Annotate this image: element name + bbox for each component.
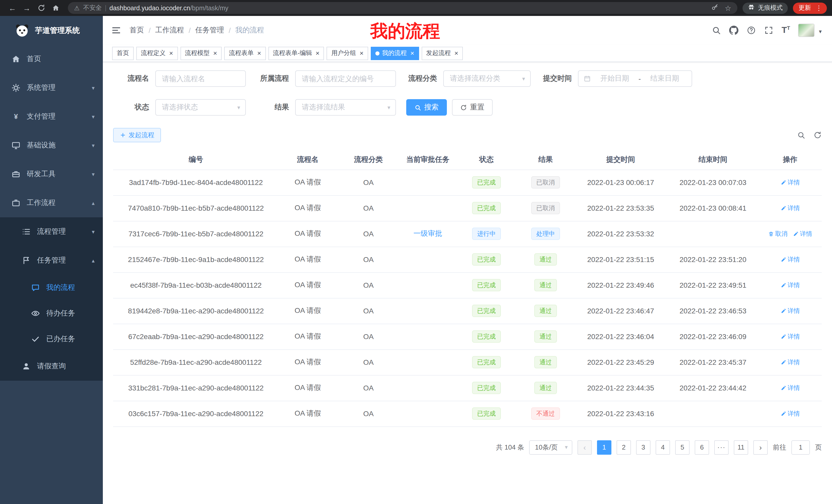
sidebar-item-workflow[interactable]: 工作流程▴ <box>0 189 103 217</box>
close-icon[interactable]: × <box>213 50 217 57</box>
detail-link[interactable]: 详情 <box>780 332 800 341</box>
sidebar-item-label: 工作流程 <box>27 198 55 207</box>
process-name-input[interactable] <box>155 71 246 87</box>
sidebar-item-system[interactable]: 系统管理▾ <box>0 74 103 102</box>
breadcrumb-separator: / <box>229 26 231 34</box>
detail-link[interactable]: 详情 <box>780 178 800 187</box>
update-button[interactable]: 更新 ⋮ <box>793 2 827 13</box>
column-header-3: 当前审批任务 <box>400 150 456 170</box>
browser-menu-icon[interactable]: ⋮ <box>813 4 824 12</box>
browser-reload-icon[interactable] <box>34 4 48 12</box>
close-icon[interactable]: × <box>360 50 364 57</box>
browser-forward-icon[interactable]: → <box>20 4 34 12</box>
search-icon[interactable] <box>712 26 721 35</box>
page-button-3[interactable]: 3 <box>636 440 650 454</box>
sidebar-item-infrastructure[interactable]: 基础设施▾ <box>0 131 103 160</box>
sidebar-item-done-task[interactable]: 已办任务 <box>0 326 103 352</box>
browser-home-icon[interactable] <box>48 4 63 12</box>
close-icon[interactable]: × <box>316 50 319 57</box>
tab-process-form[interactable]: 流程表单× <box>224 47 266 60</box>
sidebar-item-home[interactable]: 首页 <box>0 45 103 74</box>
help-icon[interactable] <box>747 26 756 35</box>
fullscreen-icon[interactable] <box>764 26 773 35</box>
cell-current-task <box>400 401 456 426</box>
tab-process-model[interactable]: 流程模型× <box>180 47 222 60</box>
sidebar-item-devtools[interactable]: 研发工具▾ <box>0 160 103 189</box>
sidebar-item-my-process[interactable]: 我的流程 <box>0 275 103 301</box>
page-button-2[interactable]: 2 <box>617 440 631 454</box>
page-button-4[interactable]: 4 <box>656 440 670 454</box>
page-button-1[interactable]: 1 <box>597 440 612 454</box>
goto-page-input[interactable] <box>791 440 810 454</box>
next-page-button[interactable]: › <box>753 440 768 454</box>
tab-label: 流程模型 <box>185 49 210 58</box>
font-size-icon[interactable]: TT <box>782 25 790 35</box>
status-badge: 已完成 <box>472 202 501 214</box>
sidebar-item-process-manage[interactable]: 流程管理▾ <box>0 217 103 246</box>
address-bar[interactable]: ⚠ 不安全 dashboard.yudao.iocoder.cn/bpm/tas… <box>68 2 737 14</box>
detail-label: 详情 <box>800 229 812 238</box>
detail-link[interactable]: 详情 <box>780 281 800 289</box>
app-logo[interactable]: 芋道管理系统 <box>0 16 103 45</box>
breadcrumb-item[interactable]: 任务管理 <box>196 26 224 35</box>
column-header-5: 结果 <box>517 150 574 170</box>
caret-down-icon[interactable]: ▾ <box>819 28 822 37</box>
date-end-placeholder[interactable]: 结束日期 <box>643 74 686 83</box>
close-icon[interactable]: × <box>410 50 414 57</box>
detail-link[interactable]: 详情 <box>780 384 800 392</box>
cell-status: 已完成 <box>456 195 517 221</box>
tab-user-group[interactable]: 用户分组× <box>327 47 368 60</box>
password-key-icon[interactable] <box>711 3 719 12</box>
more-pages-button[interactable]: ··· <box>714 440 729 454</box>
detail-link[interactable]: 详情 <box>780 255 800 264</box>
sidebar-item-leave-query[interactable]: 请假查询 <box>0 352 103 381</box>
date-start-placeholder[interactable]: 开始日期 <box>593 74 636 83</box>
tab-start-process[interactable]: 发起流程× <box>421 47 463 60</box>
cell-actions: 详情 <box>758 349 822 375</box>
breadcrumb-item[interactable]: 首页 <box>130 26 144 35</box>
column-header-0: 编号 <box>113 150 279 170</box>
detail-link[interactable]: 详情 <box>793 229 812 238</box>
parent-process-input[interactable] <box>295 71 396 87</box>
task-link[interactable]: 一级审批 <box>413 229 442 237</box>
tab-home[interactable]: 首页 <box>112 47 134 60</box>
refresh-icon[interactable] <box>813 131 822 139</box>
detail-link[interactable]: 详情 <box>780 306 800 315</box>
status-select[interactable]: 请选择状态 ▾ <box>155 99 246 116</box>
page-size-select[interactable]: 10条/页 ▾ <box>529 440 572 454</box>
browser-back-icon[interactable]: ← <box>5 4 20 12</box>
bookmark-star-icon[interactable]: ☆ <box>725 4 731 12</box>
tab-process-form-edit[interactable]: 流程表单-编辑× <box>268 47 324 60</box>
breadcrumb-item[interactable]: 工作流程 <box>155 26 184 35</box>
detail-link[interactable]: 详情 <box>780 409 800 418</box>
close-icon[interactable]: × <box>454 50 458 57</box>
avatar[interactable] <box>798 24 815 37</box>
submit-time-range-picker[interactable]: 开始日期 - 结束日期 <box>578 71 692 87</box>
cell-status: 已完成 <box>456 401 517 426</box>
detail-link[interactable]: 详情 <box>780 358 800 367</box>
sidebar-item-payment[interactable]: ¥支付管理▾ <box>0 102 103 131</box>
page-button-6[interactable]: 6 <box>695 440 709 454</box>
create-process-button[interactable]: 发起流程 <box>113 128 161 142</box>
tab-my-process[interactable]: 我的流程× <box>371 47 419 60</box>
sidebar-item-todo-task[interactable]: 待办任务 <box>0 301 103 326</box>
tab-process-definition[interactable]: 流程定义× <box>136 47 178 60</box>
category-select[interactable]: 请选择流程分类 ▾ <box>443 71 531 87</box>
prev-page-button[interactable]: ‹ <box>577 440 592 454</box>
cancel-link[interactable]: 取消 <box>768 229 787 238</box>
result-select[interactable]: 请选择流结果 ▾ <box>295 99 396 116</box>
github-icon[interactable] <box>729 26 738 35</box>
sidebar-item-task-manage[interactable]: 任务管理▴ <box>0 246 103 275</box>
search-button[interactable]: 搜索 <box>406 99 447 116</box>
reset-button[interactable]: 重置 <box>452 99 493 116</box>
detail-link[interactable]: 详情 <box>780 204 800 213</box>
close-icon[interactable]: × <box>257 50 261 57</box>
page-size-value: 10条/页 <box>535 443 558 452</box>
close-icon[interactable]: × <box>169 50 173 57</box>
security-label[interactable]: 不安全 <box>83 4 102 12</box>
hamburger-icon[interactable] <box>111 25 121 35</box>
page-button-11[interactable]: 11 <box>734 440 748 454</box>
table-row: 67c2eaab-7b9a-11ec-a290-acde48001122OA 请… <box>113 324 822 349</box>
page-button-5[interactable]: 5 <box>675 440 690 454</box>
toggle-search-icon[interactable] <box>797 131 805 139</box>
